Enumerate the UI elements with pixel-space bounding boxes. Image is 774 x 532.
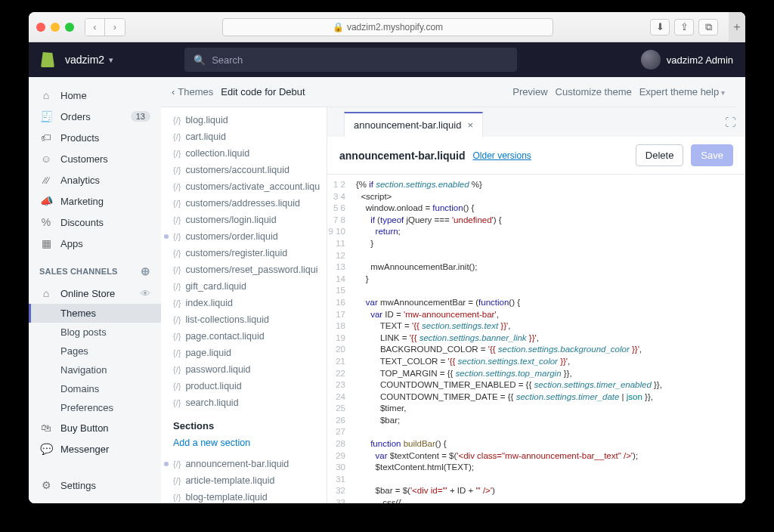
expert-help-menu[interactable]: Expert theme help <box>639 79 725 105</box>
file-name: customers/order.liquid <box>185 231 277 242</box>
nav-label: Products <box>60 132 99 144</box>
code-body[interactable]: {% if section.settings.enabled %} <scrip… <box>350 175 745 503</box>
search-icon: 🔍 <box>194 54 206 66</box>
shopify-logo-icon <box>41 52 54 67</box>
share-icon[interactable]: ⇪ <box>674 19 694 36</box>
file-item[interactable]: {/}collection.liquid <box>161 145 327 162</box>
subnav-navigation[interactable]: Navigation <box>29 360 161 379</box>
file-item[interactable]: {/}customers/reset_password.liqui <box>161 261 327 278</box>
file-item[interactable]: {/}customers/login.liquid <box>161 212 327 228</box>
app-topbar: vadzim2 ▾ 🔍 Search vadzim2 Admin <box>29 42 745 77</box>
eye-icon[interactable]: 👁 <box>141 288 150 299</box>
file-name: password.liquid <box>185 364 250 375</box>
browser-forward-button[interactable]: › <box>105 19 125 36</box>
close-tab-icon[interactable]: × <box>467 119 473 131</box>
nav-label: Customers <box>60 153 108 165</box>
nav-settings[interactable]: ⚙ Settings <box>29 475 161 496</box>
nav-icon: 📣 <box>39 195 53 207</box>
file-item[interactable]: {/}list-collections.liquid <box>161 311 327 328</box>
channel-messenger[interactable]: 💬Messenger <box>29 438 161 459</box>
nav-item-discounts[interactable]: %Discounts <box>29 212 161 233</box>
save-button[interactable]: Save <box>691 144 733 166</box>
nav-icon: ⌂ <box>39 89 53 101</box>
add-section-link[interactable]: Add a new section <box>161 435 327 456</box>
editor-tab[interactable]: announcement-bar.liquid × <box>344 112 483 137</box>
file-name: announcement-bar.liquid <box>339 150 465 162</box>
liquid-tag-icon: {/} <box>173 398 181 407</box>
fullscreen-icon[interactable]: ⛶ <box>725 116 736 128</box>
store-name: vadzim2 <box>65 54 104 66</box>
nav-item-marketing[interactable]: 📣Marketing <box>29 190 161 212</box>
subnav-themes[interactable]: Themes <box>29 304 161 323</box>
file-item[interactable]: {/}index.liquid <box>161 295 327 311</box>
file-name: list-collections.liquid <box>185 314 268 325</box>
add-channel-icon[interactable]: ⊕ <box>141 264 150 278</box>
subnav-pages[interactable]: Pages <box>29 342 161 360</box>
search-input[interactable]: 🔍 Search <box>184 48 517 72</box>
browser-url-text: vadzim2.myshopify.com <box>347 22 443 32</box>
file-item[interactable]: {/}announcement-bar.liquid <box>161 456 327 472</box>
new-tab-button[interactable]: + <box>729 12 745 42</box>
file-item[interactable]: {/}password.liquid <box>161 361 327 378</box>
window-zoom-icon[interactable] <box>65 23 74 32</box>
nav-item-orders[interactable]: 🧾Orders13 <box>29 106 161 127</box>
file-item[interactable]: {/}blog-template.liquid <box>161 489 327 503</box>
file-item[interactable]: {/}cart.liquid <box>161 128 327 145</box>
channel-label: Buy Button <box>60 422 109 434</box>
nav-icon: ☺ <box>39 153 53 165</box>
liquid-tag-icon: {/} <box>173 348 181 357</box>
nav-item-apps[interactable]: ▦Apps <box>29 233 161 254</box>
nav-item-products[interactable]: 🏷Products <box>29 127 161 148</box>
file-item[interactable]: {/}search.liquid <box>161 394 327 411</box>
user-menu[interactable]: vadzim2 Admin <box>641 50 733 70</box>
nav-item-customers[interactable]: ☺Customers <box>29 148 161 169</box>
file-item[interactable]: {/}blog.liquid <box>161 112 327 128</box>
nav-item-analytics[interactable]: ⫻Analytics <box>29 169 161 190</box>
liquid-tag-icon: {/} <box>173 459 181 469</box>
file-item[interactable]: {/}article-template.liquid <box>161 472 327 489</box>
file-item[interactable]: {/}product.liquid <box>161 378 327 394</box>
file-name: customers/account.liquid <box>185 165 289 175</box>
store-switcher[interactable]: vadzim2 ▾ <box>65 54 113 66</box>
tabs-icon[interactable]: ⧉ <box>698 19 718 36</box>
file-item[interactable]: {/}gift_card.liquid <box>161 278 327 295</box>
sections-heading: Sections <box>161 411 327 435</box>
file-item[interactable]: {/}customers/order.liquid <box>161 228 327 245</box>
chevron-down-icon: ▾ <box>109 55 113 65</box>
code-editor[interactable]: 1 2 3 4 5 6 7 8 9 10 11 12 13 14 15 16 1… <box>327 175 745 503</box>
channel-online-store[interactable]: ⌂Online Store👁 <box>29 283 161 304</box>
customize-theme-link[interactable]: Customize theme <box>556 79 632 105</box>
file-name: blog-template.liquid <box>185 492 267 503</box>
file-item[interactable]: {/}customers/activate_account.liqu <box>161 178 327 195</box>
delete-button[interactable]: Delete <box>636 144 684 166</box>
browser-back-button[interactable]: ‹ <box>85 19 105 36</box>
download-icon[interactable]: ⬇ <box>650 19 670 36</box>
channel-icon: 🛍 <box>39 422 53 434</box>
subnav-domains[interactable]: Domains <box>29 379 161 398</box>
preview-link[interactable]: Preview <box>512 79 547 105</box>
subnav-blog-posts[interactable]: Blog posts <box>29 323 161 342</box>
channel-label: Messenger <box>60 444 109 455</box>
channel-buy-button[interactable]: 🛍Buy Button <box>29 417 161 438</box>
file-item[interactable]: {/}page.contact.liquid <box>161 328 327 345</box>
liquid-tag-icon: {/} <box>173 215 181 224</box>
liquid-tag-icon: {/} <box>173 199 181 208</box>
file-name: index.liquid <box>185 298 233 308</box>
older-versions-link[interactable]: Older versions <box>472 150 531 161</box>
liquid-tag-icon: {/} <box>173 282 181 291</box>
breadcrumb-back-label: Themes <box>178 86 213 97</box>
subnav-preferences[interactable]: Preferences <box>29 398 161 417</box>
window-close-icon[interactable] <box>36 23 45 32</box>
file-name: announcement-bar.liquid <box>185 459 289 469</box>
file-item[interactable]: {/}customers/register.liquid <box>161 245 327 261</box>
window-minimize-icon[interactable] <box>51 23 60 32</box>
nav-label: Discounts <box>60 217 104 228</box>
channel-icon: ⌂ <box>39 287 53 299</box>
file-item[interactable]: {/}customers/account.liquid <box>161 162 327 178</box>
breadcrumb-back[interactable]: ‹ Themes <box>172 86 213 97</box>
browser-url-bar[interactable]: 🔒 vadzim2.myshopify.com <box>222 18 553 36</box>
nav-item-home[interactable]: ⌂Home <box>29 85 161 106</box>
file-name: customers/activate_account.liqu <box>185 181 320 192</box>
file-item[interactable]: {/}page.liquid <box>161 345 327 361</box>
file-item[interactable]: {/}customers/addresses.liquid <box>161 195 327 212</box>
